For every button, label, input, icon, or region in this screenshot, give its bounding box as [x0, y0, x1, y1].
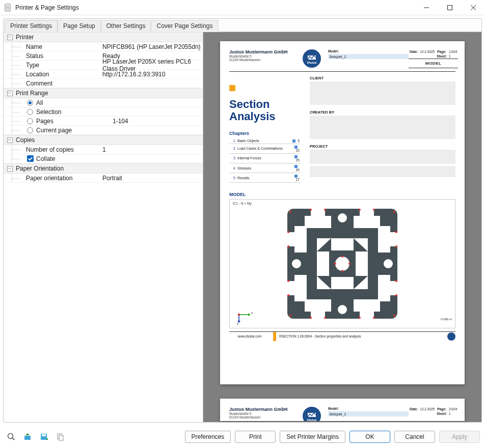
page-footer: www.dlubal.com RSECTION 1.09.0004 - Sect…	[229, 331, 455, 341]
svg-point-43	[287, 280, 289, 282]
svg-rect-59	[42, 434, 46, 436]
group-printer[interactable]: − Printer	[4, 32, 203, 42]
collapse-icon[interactable]: −	[7, 35, 13, 40]
export-icon	[23, 433, 32, 441]
svg-point-36	[373, 209, 375, 211]
svg-marker-10	[248, 313, 250, 316]
orientation-value[interactable]: Portrait	[102, 175, 203, 182]
row-printer-comment: Comment	[4, 79, 203, 88]
svg-point-37	[310, 317, 312, 319]
svg-point-46	[395, 245, 397, 247]
print-button[interactable]: Print	[235, 431, 276, 443]
svg-point-31	[289, 315, 291, 317]
magnifier-icon	[7, 433, 15, 441]
set-printer-margins-button[interactable]: Set Printer Margins	[280, 431, 345, 443]
svg-point-24	[335, 257, 349, 271]
ok-button[interactable]: OK	[349, 431, 390, 443]
row-collate[interactable]: Collate	[4, 154, 203, 163]
model-section-title: MODEL	[229, 192, 455, 197]
svg-rect-62	[59, 435, 63, 440]
row-range-selection[interactable]: Selection	[4, 107, 203, 117]
svg-point-34	[324, 209, 326, 211]
copies-value[interactable]: 1	[102, 146, 203, 153]
svg-point-44	[287, 294, 289, 296]
app-icon	[0, 0, 15, 15]
minimize-button[interactable]	[415, 0, 438, 15]
radio-current[interactable]	[26, 126, 34, 134]
svg-point-33	[310, 209, 312, 211]
help-button[interactable]	[5, 431, 17, 443]
row-printer-name[interactable]: Name NPIFCB961 (HP LaserJet P2055dn)	[4, 42, 203, 51]
copy-icon	[56, 433, 64, 441]
window-title: Printer & Page Settings	[15, 4, 79, 11]
preview-page-2: Justus Mustermann GmbH Musterstraße 5 01…	[220, 399, 465, 421]
bottom-toolbar: Preferences Print Set Printer Margins OK…	[0, 426, 485, 448]
section-profile	[286, 208, 398, 320]
collapse-icon[interactable]: −	[7, 91, 13, 96]
svg-rect-5	[448, 5, 452, 10]
svg-point-41	[287, 231, 289, 233]
close-button[interactable]	[462, 0, 485, 15]
row-printer-type: Type HP LaserJet P205X series PCL6 Class…	[4, 61, 203, 70]
svg-point-40	[373, 317, 375, 319]
svg-rect-56	[24, 436, 31, 440]
collapse-icon[interactable]: −	[7, 137, 13, 143]
document-icon	[4, 4, 12, 12]
preferences-button[interactable]: Preferences	[185, 431, 231, 443]
radio-all[interactable]	[26, 99, 34, 107]
collapse-icon[interactable]: −	[7, 166, 13, 172]
row-range-current[interactable]: Current page	[4, 126, 203, 135]
svg-point-49	[341, 256, 343, 258]
maximize-button[interactable]	[438, 0, 462, 15]
svg-point-27	[292, 259, 301, 268]
svg-line-55	[12, 438, 14, 440]
page-header: Justus Mustermann GmbH Musterstraße 5 01…	[229, 49, 455, 72]
model-name: Beispiel_2	[328, 54, 409, 59]
save-icon	[40, 433, 48, 441]
dlubal-logo: Dlubal	[303, 49, 321, 68]
svg-point-48	[395, 294, 397, 296]
group-orientation[interactable]: − Paper Orientation	[4, 163, 203, 174]
preview-page-1: Justus Mustermann GmbH Musterstraße 5 01…	[220, 41, 465, 384]
apply-button[interactable]: Apply	[439, 431, 480, 443]
tab-printer-settings[interactable]: Printer Settings	[5, 20, 58, 32]
row-range-all[interactable]: All	[4, 98, 203, 107]
row-orientation[interactable]: Paper orientation Portrait	[4, 174, 203, 183]
svg-text:y: y	[251, 311, 253, 314]
svg-point-28	[384, 259, 393, 268]
dlubal-logo: Dlubal	[303, 407, 321, 421]
print-preview: Justus Mustermann GmbH Musterstraße 5 01…	[203, 32, 481, 422]
model-frame: IC1 - N + My 0.050 m y z	[229, 199, 455, 328]
svg-point-42	[287, 245, 289, 247]
svg-point-13	[238, 314, 240, 316]
checkbox-collate[interactable]	[26, 155, 34, 163]
row-range-pages[interactable]: Pages 1-104	[4, 117, 203, 126]
group-copies[interactable]: − Copies	[4, 135, 203, 145]
row-printer-location: Location http://172.16.2.93:3910	[4, 70, 203, 79]
row-number-copies[interactable]: Number of copies 1	[4, 145, 203, 154]
export-button[interactable]	[21, 431, 34, 443]
svg-point-26	[338, 305, 347, 314]
settings-tree: − Printer Name NPIFCB961 (HP LaserJet P2…	[4, 32, 203, 422]
tabs: Printer Settings Page Setup Other Settin…	[4, 19, 481, 32]
save-settings-button[interactable]	[38, 431, 50, 443]
radio-selection[interactable]	[26, 108, 34, 116]
radio-pages[interactable]	[26, 117, 34, 125]
copy-button[interactable]	[54, 431, 66, 443]
tab-page-setup[interactable]: Page Setup	[58, 20, 101, 32]
maximize-icon	[447, 5, 452, 10]
svg-point-51	[334, 263, 336, 265]
company-name: Justus Mustermann GmbH	[229, 49, 301, 54]
pages-value[interactable]: 1-104	[113, 118, 203, 125]
cancel-button[interactable]: Cancel	[394, 431, 435, 443]
svg-point-52	[348, 263, 351, 265]
titlebar: Printer & Page Settings	[0, 0, 485, 15]
tab-other-settings[interactable]: Other Settings	[101, 20, 151, 32]
svg-marker-57	[25, 433, 30, 435]
svg-point-29	[289, 211, 291, 213]
svg-point-25	[338, 213, 347, 222]
minimize-icon	[424, 5, 429, 10]
tab-cover-page-settings[interactable]: Cover Page Settings	[151, 20, 218, 32]
svg-point-38	[324, 317, 326, 319]
group-print-range[interactable]: − Print Range	[4, 88, 203, 98]
